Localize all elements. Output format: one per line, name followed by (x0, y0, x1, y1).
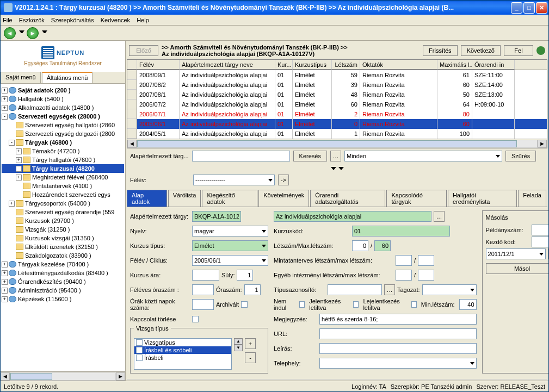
jellet-check[interactable] (353, 301, 359, 308)
alap-browse[interactable]: … (434, 211, 445, 222)
table-row[interactable]: 2004/05/1Az individuálpszichológia alapj… (127, 129, 547, 139)
kezdo-go[interactable]: -> (548, 248, 548, 259)
menu-role[interactable]: Szerepkörváltás (51, 17, 94, 23)
col-rowhead[interactable] (127, 60, 137, 70)
ara-input[interactable] (192, 270, 219, 281)
col-oktatok[interactable]: Oktatók (360, 60, 437, 70)
telep-select[interactable] (319, 358, 477, 369)
tree-item[interactable]: +Tárgy hallgatói (47600 ) (2, 155, 124, 164)
tagozat-select[interactable] (422, 284, 477, 295)
close-button[interactable]: ✕ (536, 2, 547, 14)
tree-item[interactable]: +Témakör (47200 ) (2, 147, 124, 155)
grid-hscroll[interactable]: ◄► (127, 139, 547, 148)
tab-varolista[interactable]: Várólista (168, 190, 201, 207)
col-nev[interactable]: Alapértelmezett tárgy neve (180, 60, 275, 70)
tree-item[interactable]: -Szervezeti egységek (28000 ) (2, 112, 124, 121)
tree-item[interactable]: +Tárgycsoportok (54000 ) (2, 199, 124, 208)
nemindul-check[interactable] (299, 301, 305, 308)
masol-button[interactable]: Másol (486, 263, 548, 274)
expand-arrows[interactable] (127, 164, 547, 172)
back-button[interactable]: ◄ (4, 27, 16, 39)
orak-input[interactable] (192, 299, 214, 310)
col-orarend[interactable]: Órarendi in (472, 60, 515, 70)
tab-kieg[interactable]: Kiegészítő adatok (202, 190, 257, 207)
tree-item[interactable]: +Saját adatok (200 ) (2, 86, 124, 95)
megj-input[interactable] (319, 314, 477, 325)
letszam1-input[interactable] (352, 240, 368, 251)
archivalt-check[interactable] (241, 301, 248, 308)
up-button[interactable]: Fel (504, 45, 533, 56)
filter-more-button[interactable]: … (330, 151, 341, 161)
tree-item[interactable]: Vizsgák (31250 ) (2, 225, 124, 234)
tab-alap[interactable]: Alap adatok (127, 190, 167, 207)
tab-general-menu[interactable]: Általános menü (42, 72, 93, 83)
egyeb2-input[interactable] (418, 270, 434, 281)
tree-item[interactable]: Szervezeti egység órarendje (559 (2, 208, 124, 216)
prev-button[interactable]: Előző (129, 45, 158, 56)
oraszam-input[interactable] (244, 284, 261, 295)
tree-item[interactable]: Kurzusok vizsgái (31350 ) (2, 234, 124, 242)
search-button[interactable]: Keresés (293, 151, 327, 161)
col-max[interactable]: Maximális l... (437, 60, 472, 70)
alap-name-input[interactable] (274, 211, 431, 222)
tree-item[interactable]: +Képzések (115600 ) (2, 295, 124, 303)
table-row[interactable]: 2007/08/1Az individuálpszichológia alapj… (127, 90, 547, 99)
vizsga-add[interactable]: + (245, 338, 256, 349)
tab-orarendi[interactable]: Órarendi adatszolgáltatás (310, 190, 385, 207)
tab-hallg[interactable]: Hallgatói eredménylista (448, 190, 517, 207)
nyelv-select[interactable]: magyar (192, 226, 268, 237)
tree-item[interactable]: +Tárgy kurzusai (48200 (2, 164, 124, 173)
leiras-input[interactable] (319, 343, 477, 354)
alap-code-input[interactable] (192, 211, 241, 222)
back-dropdown[interactable] (19, 30, 24, 36)
tab-kovet[interactable]: Követelmények (258, 190, 309, 207)
tree-item[interactable]: +Adminisztráció (95400 ) (2, 286, 124, 295)
tree-item[interactable]: +Hallgatók (5400 ) (2, 95, 124, 103)
vizsga-down[interactable]: ▼ (234, 345, 243, 351)
tree-item[interactable]: +Tárgyak kezelése (70400 ) (2, 260, 124, 269)
tree-item[interactable]: +Alkalmazotti adatok (14800 ) (2, 103, 124, 112)
table-row[interactable]: 2006/07/1Az individuálpszichológia alapj… (127, 109, 547, 119)
tree-item[interactable]: +Létesítménygazdálkodás (83400 ) (2, 269, 124, 277)
minta1-input[interactable] (396, 255, 412, 266)
tipaz-browse[interactable]: … (384, 284, 395, 295)
ciklus-select[interactable]: 2005/06/1 (192, 255, 268, 266)
sidebar-hscroll[interactable]: ◄► (1, 371, 125, 381)
tab-kapcs[interactable]: Kapcsolódó tárgyak (386, 190, 447, 207)
tab-felada[interactable]: Felada (518, 190, 546, 207)
minlet-input[interactable] (459, 299, 477, 310)
vizsga-remove[interactable]: - (245, 352, 256, 363)
felev-select[interactable]: --------------- (193, 175, 275, 185)
tipaz-input[interactable] (328, 284, 382, 295)
minta2-input[interactable] (418, 255, 434, 266)
vizsga-listbox[interactable]: Vizsgatípus Írásbeli és szóbeli Írásbeli (134, 338, 232, 370)
filter-button[interactable]: Szűrés (505, 151, 536, 161)
minimize-button[interactable]: _ (511, 2, 522, 14)
col-letszam[interactable]: Létszám (332, 60, 360, 70)
tree-item[interactable]: Mintatantervek (4100 ) (2, 182, 124, 190)
tree-item[interactable]: Szervezeti egység dolgozói (2800 (2, 129, 124, 138)
table-row[interactable]: 2007/08/2Az individuálpszichológia alapj… (127, 80, 547, 90)
tree-item[interactable]: Szakdolgozatok (33900 ) (2, 251, 124, 260)
feleves-input[interactable] (192, 284, 214, 295)
filter-scope-select[interactable]: Minden (344, 151, 502, 161)
menu-file[interactable]: File (3, 17, 13, 23)
letszam2-input[interactable] (374, 240, 391, 251)
tree-item[interactable]: -Tárgyak (46800 ) (2, 138, 124, 147)
forward-dropdown[interactable] (42, 30, 47, 36)
reload-icon[interactable] (536, 46, 545, 55)
kapcs-check[interactable] (192, 316, 199, 322)
col-kur[interactable]: Kur... (275, 60, 293, 70)
table-row[interactable]: 2006/07/2Az individuálpszichológia alapj… (127, 99, 547, 109)
table-row[interactable]: 2005/06/1Az individuálpszichológia alapj… (127, 119, 547, 129)
peldany-input[interactable] (532, 225, 548, 235)
suly-input[interactable] (237, 270, 253, 281)
nav-tree[interactable]: +Saját adatok (200 )+Hallgatók (5400 )+A… (1, 84, 125, 371)
menu-fav[interactable]: Kedvencek (101, 17, 130, 23)
menu-tools[interactable]: Eszközök (19, 17, 45, 23)
col-felev[interactable]: Félév (137, 60, 180, 70)
col-tipus[interactable]: Kurzustípus (293, 60, 332, 70)
vizsga-up[interactable]: ▲ (234, 338, 243, 345)
table-row[interactable]: 2008/09/1Az individuálpszichológia alapj… (127, 70, 547, 80)
kezdo-input[interactable] (532, 237, 548, 247)
